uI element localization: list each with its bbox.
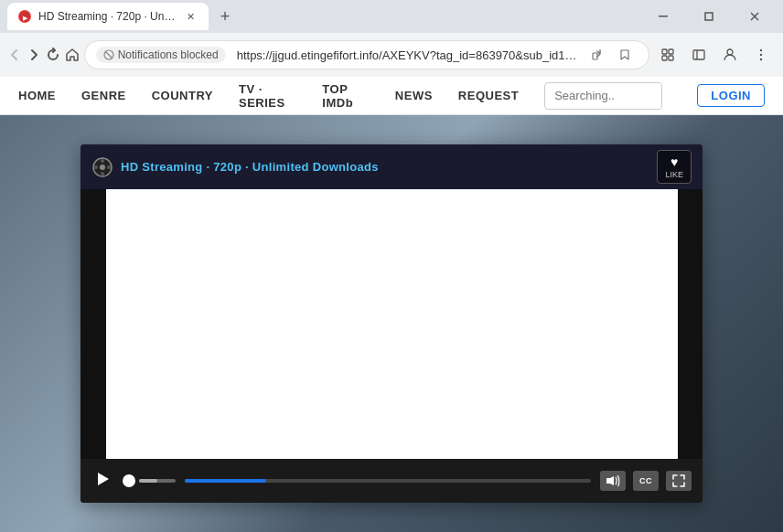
cc-button[interactable]: CC	[633, 471, 659, 491]
volume-button[interactable]	[600, 471, 626, 491]
svg-rect-9	[662, 49, 667, 54]
active-tab[interactable]: ▶ HD Streaming · 720p · Unlimit... ✕	[7, 3, 209, 30]
like-label: LIKE	[665, 170, 683, 179]
tab-title: HD Streaming · 720p · Unlimit...	[38, 10, 176, 23]
svg-rect-10	[669, 49, 673, 54]
svg-rect-3	[705, 13, 713, 20]
controls-bar: CC	[80, 459, 703, 503]
nav-topimdb[interactable]: TOP IMDb	[322, 82, 370, 110]
forward-button[interactable]	[27, 40, 42, 69]
login-button[interactable]: LOGIN	[697, 84, 765, 107]
volume-track[interactable]	[139, 479, 176, 483]
svg-rect-12	[669, 56, 673, 60]
maximize-button[interactable]	[688, 2, 730, 31]
volume-fill	[139, 479, 157, 483]
svg-point-23	[101, 159, 104, 163]
svg-point-22	[100, 165, 105, 170]
title-bar: ▶ HD Streaming · 720p · Unlimit... ✕ +	[0, 0, 783, 33]
notification-blocked-indicator: Notifications blocked	[96, 47, 226, 63]
like-button[interactable]: ♥ LIKE	[657, 150, 692, 184]
nav-request[interactable]: REQUEST	[458, 89, 519, 102]
controls-right: CC	[600, 471, 692, 491]
svg-line-7	[105, 51, 113, 59]
volume-control[interactable]	[123, 474, 176, 487]
new-tab-button[interactable]: +	[212, 4, 238, 29]
url-actions	[585, 42, 638, 68]
notification-blocked-text: Notifications blocked	[118, 48, 219, 61]
svg-point-15	[727, 49, 733, 55]
film-reel-icon	[91, 156, 113, 178]
svg-point-26	[107, 165, 111, 169]
svg-point-25	[94, 165, 98, 169]
back-button[interactable]	[7, 40, 23, 69]
svg-rect-13	[693, 50, 704, 59]
play-button[interactable]	[91, 471, 113, 492]
address-bar: Notifications blocked https://jjgud.etin…	[0, 33, 783, 77]
video-area[interactable]	[106, 189, 678, 459]
nav-menu: HOME GENRE COUNTRY TV · SERIES TOP IMDb …	[0, 77, 783, 115]
nav-genre[interactable]: GENRE	[81, 89, 126, 102]
window-controls	[642, 2, 776, 31]
nav-tvseries[interactable]: TV · SERIES	[239, 82, 296, 110]
tab-strip: ▶ HD Streaming · 720p · Unlimit... ✕ +	[7, 3, 642, 30]
player-header-left: HD Streaming · 720p · Unlimited Download…	[91, 156, 379, 178]
svg-rect-2	[659, 16, 668, 17]
extensions-button[interactable]	[653, 40, 682, 69]
search-box[interactable]	[544, 82, 662, 110]
sidebar-button[interactable]	[684, 40, 713, 69]
close-button[interactable]	[734, 2, 776, 31]
nav-home[interactable]: HOME	[18, 89, 56, 102]
svg-marker-28	[606, 476, 614, 485]
svg-rect-11	[662, 56, 667, 60]
heart-icon: ♥	[670, 154, 678, 169]
svg-marker-27	[98, 473, 109, 485]
url-bar[interactable]: Notifications blocked https://jjgud.etin…	[84, 40, 649, 69]
menu-button[interactable]	[746, 40, 776, 69]
progress-bar[interactable]	[185, 479, 591, 483]
svg-point-18	[760, 59, 762, 60]
svg-point-17	[760, 54, 762, 56]
svg-rect-8	[593, 53, 597, 59]
volume-knob[interactable]	[123, 474, 135, 487]
player-title: HD Streaming · 720p · Unlimited Download…	[121, 160, 379, 174]
tab-close-button[interactable]: ✕	[183, 9, 198, 24]
player-header: HD Streaming · 720p · Unlimited Download…	[80, 144, 703, 189]
share-button[interactable]	[585, 42, 610, 68]
progress-fill	[185, 479, 266, 483]
profile-button[interactable]	[715, 40, 745, 69]
url-text: https://jjgud.etingefifort.info/AXEYKV?t…	[237, 48, 577, 62]
svg-point-16	[760, 49, 762, 51]
nav-country[interactable]: COUNTRY	[152, 89, 213, 102]
refresh-button[interactable]	[46, 40, 61, 69]
nav-news[interactable]: NEWS	[395, 89, 433, 102]
home-button[interactable]	[65, 40, 80, 69]
fullscreen-button[interactable]	[666, 471, 692, 491]
search-input[interactable]	[545, 89, 662, 102]
svg-point-24	[101, 172, 104, 176]
video-player: HD Streaming · 720p · Unlimited Download…	[80, 144, 703, 503]
content-area: HD Streaming · 720p · Unlimited Download…	[0, 115, 783, 532]
tab-favicon: ▶	[18, 10, 31, 23]
browser-controls	[653, 40, 776, 69]
minimize-button[interactable]	[642, 2, 684, 31]
bookmark-button[interactable]	[612, 42, 638, 68]
